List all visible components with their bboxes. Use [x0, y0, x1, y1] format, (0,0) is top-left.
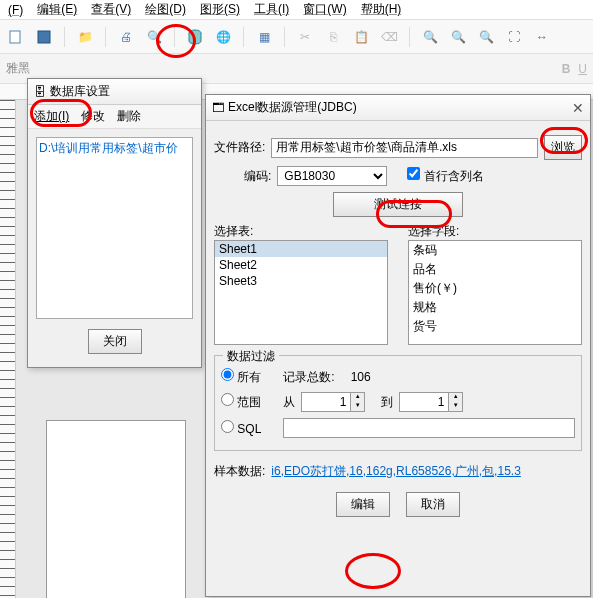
db-path-item[interactable]: D:\培训用常用标签\超市价 — [39, 140, 190, 157]
menu-edit[interactable]: 编辑(E) — [37, 1, 77, 18]
svg-rect-1 — [38, 31, 50, 43]
db-dialog-title: 数据库设置 — [50, 83, 110, 100]
sample-data-label: 样本数据: — [214, 463, 265, 480]
select-field-label: 选择字段: — [408, 223, 582, 240]
open-icon[interactable]: 📁 — [75, 27, 95, 47]
db-add-button[interactable]: 添加(I) — [34, 108, 69, 125]
sql-input[interactable] — [283, 418, 575, 438]
menu-help[interactable]: 帮助(H) — [361, 1, 402, 18]
field-item-2[interactable]: 售价(￥) — [409, 279, 581, 298]
new-icon[interactable] — [6, 27, 26, 47]
fit-width-icon[interactable]: ↔ — [532, 27, 552, 47]
menu-window[interactable]: 窗口(W) — [303, 1, 346, 18]
excel-dialog-titlebar: 🗔 Excel数据源管理(JDBC) ✕ — [206, 95, 590, 121]
sheet-item-3[interactable]: Sheet3 — [215, 273, 387, 289]
field-item-4[interactable]: 货号 — [409, 317, 581, 336]
menu-shape[interactable]: 图形(S) — [200, 1, 240, 18]
menu-view[interactable]: 查看(V) — [91, 1, 131, 18]
menu-draw[interactable]: 绘图(D) — [145, 1, 186, 18]
sheet-item-1[interactable]: Sheet1 — [215, 241, 387, 257]
zoom-out-icon[interactable]: 🔍 — [448, 27, 468, 47]
label-design-area[interactable] — [46, 420, 186, 598]
data-filter-group: 数据过滤 所有 记录总数: 106 范围 从 ▲▼ 到 ▲▼ SQL — [214, 355, 582, 451]
close-icon[interactable]: ✕ — [572, 100, 584, 116]
sample-data-link[interactable]: i6,EDO苏打饼,16,162g,RL658526,广州,包,15.3 — [271, 463, 520, 480]
font-select[interactable]: 雅黑 — [6, 60, 30, 77]
copy-icon[interactable]: ⎘ — [323, 27, 343, 47]
field-list[interactable]: 条码 品名 售价(￥) 规格 货号 — [408, 240, 582, 345]
zoom-fit-icon[interactable]: 🔍 — [476, 27, 496, 47]
cut-icon[interactable]: ✂ — [295, 27, 315, 47]
db-modify-button[interactable]: 修改 — [81, 108, 105, 125]
file-path-input[interactable] — [271, 138, 538, 158]
print-icon[interactable]: 🖨 — [116, 27, 136, 47]
delete-icon[interactable]: ⌫ — [379, 27, 399, 47]
to-label: 到 — [381, 394, 393, 411]
file-path-label: 文件路径: — [214, 139, 265, 156]
to-spinner[interactable]: ▲▼ — [399, 392, 463, 412]
select-table-label: 选择表: — [214, 223, 388, 240]
excel-dialog-title: Excel数据源管理(JDBC) — [228, 99, 357, 116]
filter-sql-radio[interactable]: SQL — [221, 420, 261, 436]
filter-legend: 数据过滤 — [223, 348, 279, 365]
underline-icon[interactable]: U — [578, 62, 587, 76]
field-item-1[interactable]: 品名 — [409, 260, 581, 279]
preview-icon[interactable]: 🔍 — [144, 27, 164, 47]
cancel-button[interactable]: 取消 — [406, 492, 460, 517]
ruler-vertical — [0, 100, 16, 598]
filter-range-radio[interactable]: 范围 — [221, 393, 261, 411]
filter-all-radio[interactable]: 所有 — [221, 368, 261, 386]
menubar: (F) 编辑(E) 查看(V) 绘图(D) 图形(S) 工具(I) 窗口(W) … — [0, 0, 593, 20]
from-label: 从 — [283, 394, 295, 411]
encoding-select[interactable]: GB18030 — [277, 166, 387, 186]
db-dialog-toolbar: 添加(I) 修改 删除 — [28, 105, 201, 129]
excel-datasource-dialog: 🗔 Excel数据源管理(JDBC) ✕ 文件路径: 浏览 编码: GB1803… — [205, 94, 591, 597]
fit-page-icon[interactable]: ⛶ — [504, 27, 524, 47]
database-settings-dialog: 🗄 数据库设置 添加(I) 修改 删除 D:\培训用常用标签\超市价 关闭 — [27, 78, 202, 368]
paste-icon[interactable]: 📋 — [351, 27, 371, 47]
test-connection-button[interactable]: 测试连接 — [333, 192, 463, 217]
sheet-item-2[interactable]: Sheet2 — [215, 257, 387, 273]
save-icon[interactable] — [34, 27, 54, 47]
record-count-value: 106 — [351, 370, 371, 384]
grid-icon[interactable]: ▦ — [254, 27, 274, 47]
db-delete-button[interactable]: 删除 — [117, 108, 141, 125]
field-item-3[interactable]: 规格 — [409, 298, 581, 317]
main-toolbar: 📁 🖨 🔍 🌐 ▦ ✂ ⎘ 📋 ⌫ 🔍 🔍 🔍 ⛶ ↔ — [0, 20, 593, 54]
settings-icon: 🗄 — [34, 85, 46, 99]
from-spinner[interactable]: ▲▼ — [301, 392, 365, 412]
db-path-list[interactable]: D:\培训用常用标签\超市价 — [36, 137, 193, 319]
db-close-button[interactable]: 关闭 — [88, 329, 142, 354]
field-item-0[interactable]: 条码 — [409, 241, 581, 260]
svg-rect-0 — [10, 31, 20, 43]
excel-icon: 🗔 — [212, 101, 224, 115]
menu-tool[interactable]: 工具(I) — [254, 1, 289, 18]
database-icon[interactable] — [185, 27, 205, 47]
sheet-list[interactable]: Sheet1 Sheet2 Sheet3 — [214, 240, 388, 345]
record-count-label: 记录总数: — [283, 369, 334, 386]
edit-button[interactable]: 编辑 — [336, 492, 390, 517]
bold-icon[interactable]: B — [562, 62, 571, 76]
zoom-in-icon[interactable]: 🔍 — [420, 27, 440, 47]
globe-icon[interactable]: 🌐 — [213, 27, 233, 47]
encoding-label: 编码: — [244, 168, 271, 185]
db-dialog-titlebar: 🗄 数据库设置 — [28, 79, 201, 105]
first-row-checkbox[interactable]: 首行含列名 — [407, 167, 483, 185]
menu-file[interactable]: (F) — [8, 3, 23, 17]
browse-button[interactable]: 浏览 — [544, 135, 582, 160]
